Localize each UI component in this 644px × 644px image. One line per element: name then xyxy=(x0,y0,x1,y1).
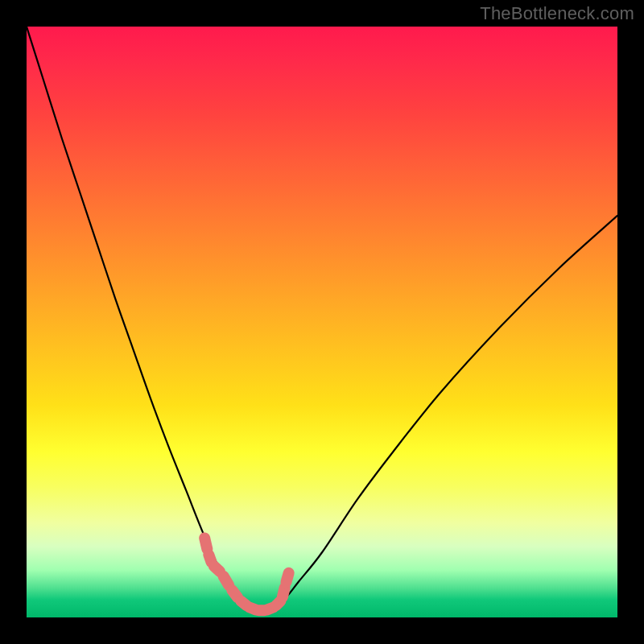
main-curve-line xyxy=(27,27,617,611)
highlight-dash xyxy=(214,566,220,572)
highlight-dash xyxy=(286,573,288,582)
highlight-dash xyxy=(223,576,229,584)
highlight-dash xyxy=(283,588,285,597)
watermark-text: TheBottleneck.com xyxy=(480,3,634,24)
outer-frame: TheBottleneck.com xyxy=(0,0,644,644)
plot-area xyxy=(27,27,617,617)
highlight-segment xyxy=(204,538,288,610)
highlight-dash xyxy=(204,538,207,549)
main-curve-path xyxy=(27,27,617,611)
highlight-dash xyxy=(232,590,237,597)
highlight-dash xyxy=(208,555,211,562)
chart-svg xyxy=(27,27,617,617)
